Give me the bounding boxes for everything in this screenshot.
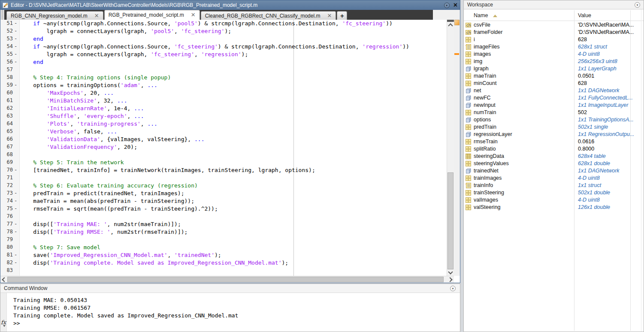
column-header-name[interactable]: Name <box>474 12 488 18</box>
workspace-variable-row[interactable]: maeTrain0.0501 <box>464 72 643 79</box>
code-line[interactable]: 76 <box>0 213 447 221</box>
code-analyzer-indicator[interactable] <box>454 20 460 25</box>
vertical-scroll-thumb[interactable] <box>447 172 454 269</box>
code-text: 'InitialLearnRate', 1e-4, ... <box>20 105 144 113</box>
scroll-down-icon[interactable] <box>448 269 453 274</box>
warning-marker[interactable] <box>454 53 459 55</box>
workspace-variable-row[interactable]: imageFiles628x1 struct <box>464 43 643 50</box>
workspace-variable-row[interactable]: numTrain502 <box>464 109 643 116</box>
tabbar-grip[interactable] <box>0 10 4 20</box>
horizontal-scroll-thumb[interactable] <box>7 277 444 282</box>
code-line[interactable]: 70- [trainedNet, trainInfo] = trainNetwo… <box>0 167 447 175</box>
workspace-variable-row[interactable]: images4-D uint8 <box>464 50 643 57</box>
code-line[interactable]: 71 <box>0 175 447 182</box>
execution-marker <box>13 128 18 136</box>
workspace-variable-row[interactable]: chframeFolder'D:\SVN\JetRacer\MA... <box>464 28 643 36</box>
code-line[interactable]: 53- end <box>0 36 447 43</box>
workspace-variable-row[interactable]: splitRatio0.8000 <box>464 145 643 152</box>
code-editor[interactable]: 51- if ~any(strcmp(lgraph.Connections.So… <box>0 20 447 276</box>
code-line[interactable]: 72 % Step 6: Evaluate training accuracy … <box>0 182 447 190</box>
editor-tab[interactable]: RGB_CNN_Regression_model.m✕ <box>6 11 103 20</box>
code-text: 'MiniBatchSize', 32, ... <box>20 97 127 105</box>
editor-tabbar: RGB_CNN_Regression_model.m✕RGB_Pretraine… <box>0 10 460 20</box>
svg-text:h: h <box>469 31 471 35</box>
workspace-variable-row[interactable]: net1x1 DAGNetwork <box>464 87 643 94</box>
code-line[interactable]: 75- rmseTrain = sqrt(mean((predTrain - t… <box>0 205 447 213</box>
code-line[interactable]: 79 <box>0 236 447 244</box>
code-line[interactable]: 63 'Shuffle', 'every-epoch', ... <box>0 113 447 121</box>
variable-name: imageFiles <box>474 44 499 50</box>
tab-close-icon[interactable]: ✕ <box>327 13 332 18</box>
workspace-variable-row[interactable]: trainInfo1x1 struct <box>464 181 643 189</box>
code-line[interactable]: 56- end <box>0 59 447 66</box>
code-line[interactable]: 54- if ~any(strcmp(lgraph.Connections.So… <box>0 43 447 51</box>
workspace-variable-row[interactable]: predTrain502x1 single <box>464 123 643 130</box>
workspace-variable-row[interactable]: trainImages4-D uint8 <box>464 174 643 181</box>
scroll-left-icon[interactable] <box>2 277 6 282</box>
workspace-variable-row[interactable]: newInput1x1 ImageInputLayer <box>464 101 643 109</box>
workspace-variable-row[interactable]: regressionLayer1x1 RegressionOutpu... <box>464 130 643 138</box>
scroll-up-icon[interactable] <box>448 23 453 28</box>
variable-name: minCount <box>474 80 497 86</box>
command-window-body[interactable]: fx Training MAE: 0.050143Training RMSE: … <box>0 293 460 332</box>
obj-variable-icon <box>466 88 471 93</box>
code-line[interactable]: 55- lgraph = connectLayers(lgraph, 'fc_s… <box>0 51 447 59</box>
workspace-variable-row[interactable]: trainedNet1x1 DAGNetwork <box>464 167 643 174</box>
code-line[interactable]: 52- lgraph = connectLayers(lgraph, 'pool… <box>0 28 447 36</box>
workspace-variable-row[interactable]: options1x1 TrainingOptionsA... <box>464 116 643 123</box>
command-window-menu-icon[interactable]: ▾ <box>450 286 456 291</box>
code-line[interactable]: 80 % Step 7: Save model <box>0 244 447 252</box>
command-prompt[interactable]: >> <box>13 320 238 327</box>
code-line[interactable]: 59- options = trainingOptions('adam', ..… <box>0 82 447 90</box>
code-line[interactable]: 60 'MaxEpochs', 20, ... <box>0 90 447 97</box>
tab-close-icon[interactable]: ✕ <box>191 12 196 18</box>
editor-horizontal-scrollbar[interactable] <box>0 276 454 283</box>
variable-value: 1x1 DAGNetwork <box>578 168 620 174</box>
code-line[interactable]: 69 % Step 5: Train the network <box>0 159 447 167</box>
workspace-variable-row[interactable]: valImages4-D uint8 <box>464 196 643 203</box>
editor-vertical-scrollbar[interactable] <box>447 20 454 276</box>
workspace-menu-icon[interactable]: ▾ <box>635 2 640 8</box>
editor-panel-menu-icon[interactable]: ▾ <box>444 3 450 8</box>
code-line[interactable]: 73- predTrain = predict(trainedNet, trai… <box>0 190 447 198</box>
workspace-variable-row[interactable]: steeringData628x4 table <box>464 152 643 160</box>
code-line[interactable]: 81- save('Improved_Regression_CNN_Model.… <box>0 252 447 260</box>
code-line[interactable]: 62 'InitialLearnRate', 1e-4, ... <box>0 105 447 113</box>
workspace-variable-row[interactable]: lgraph1x1 LayerGraph <box>464 65 643 72</box>
workspace-variable-row[interactable]: valSteering126x1 double <box>464 203 643 211</box>
workspace-variable-row[interactable]: trainSteering502x1 double <box>464 189 643 196</box>
workspace-variable-row[interactable]: steeringValues628x1 double <box>464 160 643 167</box>
workspace-variable-row[interactable]: img256x256x3 uint8 <box>464 57 643 65</box>
code-line[interactable]: 61 'MiniBatchSize', 32, ... <box>0 97 447 105</box>
code-line[interactable]: 51- if ~any(strcmp(lgraph.Connections.So… <box>0 20 447 28</box>
code-text: 'Shuffle', 'every-epoch', ... <box>20 113 144 121</box>
execution-marker <box>13 144 18 151</box>
workspace-variable-row[interactable]: minCount628 <box>464 79 643 87</box>
code-line[interactable]: 57 <box>0 66 447 74</box>
editor-close-icon[interactable]: × <box>454 2 457 9</box>
code-line[interactable]: 58 % Step 4: Training options (single po… <box>0 74 447 82</box>
workspace-variable-row[interactable]: rmseTrain0.0616 <box>464 138 643 145</box>
workspace-variable-row[interactable]: newFC1x1 FullyConnectedL... <box>464 94 643 101</box>
new-tab-button[interactable]: + <box>337 11 347 20</box>
scroll-right-icon[interactable] <box>447 277 452 282</box>
code-text: 'ValidationFrequency', 20); <box>20 144 137 151</box>
code-line[interactable]: 77- disp(['Training MAE: ', num2str(maeT… <box>0 221 447 229</box>
code-line[interactable]: 82- disp('Training complete. Model saved… <box>0 260 447 267</box>
column-header-value[interactable]: Value <box>578 12 591 18</box>
code-line[interactable]: 66 'ValidationData', {valImages, valStee… <box>0 136 447 144</box>
code-line[interactable]: 83 <box>0 267 447 275</box>
code-line[interactable]: 65 'Verbose', false, ... <box>0 128 447 136</box>
workspace-variable-row[interactable]: i628 <box>464 36 643 43</box>
code-line[interactable]: 78- disp(['Training RMSE: ', num2str(rms… <box>0 229 447 236</box>
workspace-variable-row[interactable]: chcsvFile'D:\SVN\JetRacer\MA... <box>464 21 643 28</box>
editor-tab[interactable]: RGB_Pretrained_model_script.m✕ <box>104 10 200 20</box>
tab-close-icon[interactable]: ✕ <box>94 13 99 18</box>
code-line[interactable]: 74- maeTrain = mean(abs(predTrain - trai… <box>0 198 447 205</box>
code-line[interactable]: 68 <box>0 151 447 159</box>
code-line[interactable]: 67 'ValidationFrequency', 20); <box>0 144 447 151</box>
obj-variable-icon <box>466 168 471 173</box>
fx-icon[interactable]: fx <box>1 319 6 326</box>
code-line[interactable]: 64 'Plots', 'training-progress', ... <box>0 121 447 128</box>
editor-tab[interactable]: Cleaned_RGB_RGBRect_CNN_Classify_model.m… <box>201 11 336 20</box>
